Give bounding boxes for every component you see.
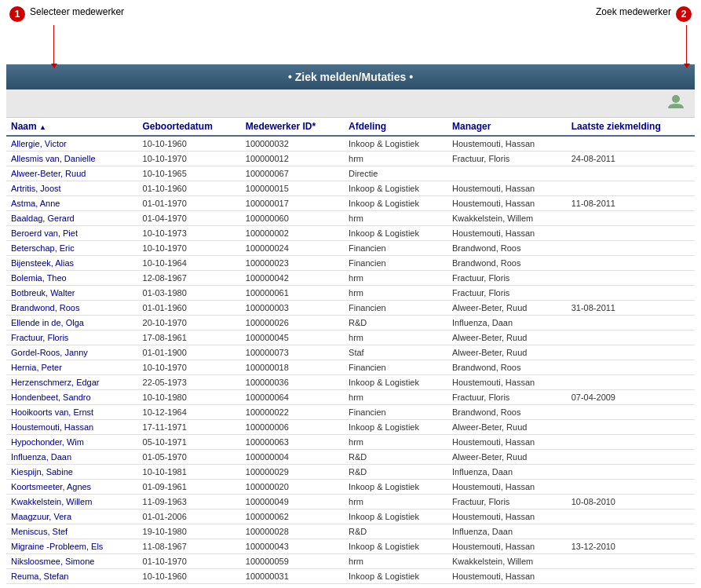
cell-laatste-ziekmelding (567, 241, 695, 256)
naam-link[interactable]: Hooikoorts van, Ernst (11, 407, 93, 417)
cell-afdeling: hrm (344, 495, 447, 509)
cell-manager (447, 166, 567, 181)
naam-link[interactable]: Hernia, Peter (11, 363, 62, 372)
cell-naam: Hernia, Peter (6, 360, 138, 375)
cell-medewerker-id: 100000067 (241, 166, 344, 181)
col-manager[interactable]: Manager (447, 118, 567, 136)
naam-link[interactable]: Bijensteek, Alias (11, 258, 74, 268)
cell-laatste-ziekmelding (567, 360, 695, 375)
naam-link[interactable]: Fractuur, Floris (11, 333, 68, 342)
naam-link[interactable]: Alweer-Beter, Ruud (11, 169, 86, 178)
cell-afdeling: R&D (344, 316, 447, 331)
cell-manager: Alweer-Beter, Ruud (447, 420, 567, 435)
naam-link[interactable]: Artritis, Joost (11, 184, 61, 193)
col-laatste-ziekmelding[interactable]: Laatste ziekmelding (567, 118, 695, 136)
table-row: Artritis, Joost01-10-1960100000015Inkoop… (6, 181, 695, 196)
cell-laatste-ziekmelding (567, 256, 695, 271)
cell-naam: Botbreuk, Walter (6, 286, 138, 301)
cell-manager: Influenza, Daan (447, 524, 567, 539)
cell-afdeling: Inkoop & Logistiek (344, 480, 447, 495)
cell-laatste-ziekmelding: 13-12-2010 (567, 539, 695, 554)
cell-laatste-ziekmelding (567, 465, 695, 480)
cell-medewerker-id: 100000006 (241, 420, 344, 435)
cell-afdeling: hrm (344, 152, 447, 166)
cell-naam: Bolemia, Theo (6, 271, 138, 286)
table-row: Meniscus, Stef19-10-1980100000028R&DInfl… (6, 524, 695, 539)
naam-link[interactable]: Baaldag, Gerard (11, 214, 75, 223)
col-medewerker-id[interactable]: Medewerker ID* (241, 118, 344, 136)
cell-laatste-ziekmelding: 07-04-2009 (567, 390, 695, 405)
table-row: Alweer-Beter, Ruud10-10-1965100000067Dir… (6, 166, 695, 181)
naam-link[interactable]: Beroerd van, Piet (11, 228, 78, 238)
cell-laatste-ziekmelding (567, 435, 695, 450)
table-row: Hondenbeet, Sandro10-10-1980100000064hrm… (6, 390, 695, 405)
cell-medewerker-id: 100000029 (241, 465, 344, 480)
cell-afdeling: R&D (344, 450, 447, 465)
cell-afdeling: R&D (344, 524, 447, 539)
cell-naam: Beroerd van, Piet (6, 226, 138, 241)
cell-naam: Gordel-Roos, Janny (6, 345, 138, 360)
naam-link[interactable]: Astma, Anne (11, 199, 60, 208)
naam-link[interactable]: Gordel-Roos, Janny (11, 348, 88, 357)
naam-link[interactable]: Herzenschmerz, Edgar (11, 378, 100, 387)
table-row: Ellende in de, Olga20-10-1970100000026R&… (6, 316, 695, 331)
cell-laatste-ziekmelding (567, 345, 695, 360)
cell-medewerker-id: 100000026 (241, 316, 344, 331)
naam-link[interactable]: Kwakkelstein, Willem (11, 497, 92, 506)
cell-medewerker-id: 100000015 (241, 181, 344, 196)
page-title-right: Zoek medewerker (596, 6, 671, 17)
cell-manager: Fractuur, Floris (447, 495, 567, 509)
naam-link[interactable]: Bolemia, Theo (11, 273, 67, 283)
cell-laatste-ziekmelding: 31-08-2011 (567, 301, 695, 316)
table-row: Kwakkelstein, Willem11-09-1963100000049h… (6, 495, 695, 509)
cell-naam: Artritis, Joost (6, 181, 138, 196)
naam-link[interactable]: Botbreuk, Walter (11, 288, 75, 298)
header-bar: • Ziek melden/Mutaties • (6, 64, 695, 89)
naam-link[interactable]: Beterschap, Eric (11, 243, 75, 253)
cell-medewerker-id: 100000031 (241, 569, 344, 584)
cell-afdeling: Inkoop & Logistiek (344, 375, 447, 390)
cell-naam: Fractuur, Floris (6, 331, 138, 345)
naam-link[interactable]: Kiespijn, Sabine (11, 467, 73, 477)
naam-link[interactable]: Maagzuur, Vera (11, 512, 71, 521)
cell-naam: Allesmis van, Danielle (6, 152, 138, 166)
cell-medewerker-id: 100000018 (241, 360, 344, 375)
cell-geboortedatum: 01-10-1960 (138, 181, 241, 196)
col-geboortedatum[interactable]: Geboortedatum (138, 118, 241, 136)
naam-link[interactable]: Niksloosmee, Simone (11, 557, 94, 566)
cell-medewerker-id: 100000012 (241, 152, 344, 166)
cell-medewerker-id: 100000020 (241, 480, 344, 495)
naam-link[interactable]: Koortsmeeter, Agnes (11, 482, 91, 491)
naam-link[interactable]: Allergie, Victor (11, 139, 67, 148)
cell-naam: Koortsmeeter, Agnes (6, 480, 138, 495)
cell-naam: Hondenbeet, Sandro (6, 390, 138, 405)
col-naam[interactable]: Naam ▲ (6, 118, 138, 136)
cell-afdeling: hrm (344, 554, 447, 569)
cell-naam: Allergie, Victor (6, 136, 138, 152)
cell-naam: Niksloosmee, Simone (6, 554, 138, 569)
naam-link[interactable]: Hypochonder, Wim (11, 437, 84, 447)
naam-link[interactable]: Hondenbeet, Sandro (11, 393, 91, 402)
naam-link[interactable]: Reuma, Stefan (11, 572, 68, 581)
col-afdeling[interactable]: Afdeling (344, 118, 447, 136)
badge-1: 1 (9, 6, 25, 22)
table-row: Brandwond, Roos01-01-1960100000003Financ… (6, 301, 695, 316)
cell-manager: Fractuur, Floris (447, 271, 567, 286)
naam-link[interactable]: Ellende in de, Olga (11, 318, 84, 327)
cell-geboortedatum: 11-09-1963 (138, 495, 241, 509)
cell-geboortedatum: 19-10-1980 (138, 524, 241, 539)
cell-laatste-ziekmelding (567, 331, 695, 345)
cell-medewerker-id: 100000032 (241, 136, 344, 152)
naam-link[interactable]: Influenza, Daan (11, 452, 71, 462)
naam-link[interactable]: Meniscus, Stef (11, 527, 68, 536)
naam-link[interactable]: Allesmis van, Danielle (11, 154, 96, 163)
user-icon[interactable] (666, 93, 685, 114)
table-row: Houstemouti, Hassan17-11-1971100000006In… (6, 420, 695, 435)
naam-link[interactable]: Houstemouti, Hassan (11, 422, 93, 432)
table-row: Fractuur, Floris17-08-1961100000045hrmAl… (6, 331, 695, 345)
naam-link[interactable]: Brandwond, Roos (11, 303, 79, 312)
cell-afdeling: Inkoop & Logistiek (344, 196, 447, 211)
cell-manager: Alweer-Beter, Ruud (447, 345, 567, 360)
cell-manager: Brandwond, Roos (447, 241, 567, 256)
naam-link[interactable]: Migraine -Probleem, Els (11, 542, 103, 551)
